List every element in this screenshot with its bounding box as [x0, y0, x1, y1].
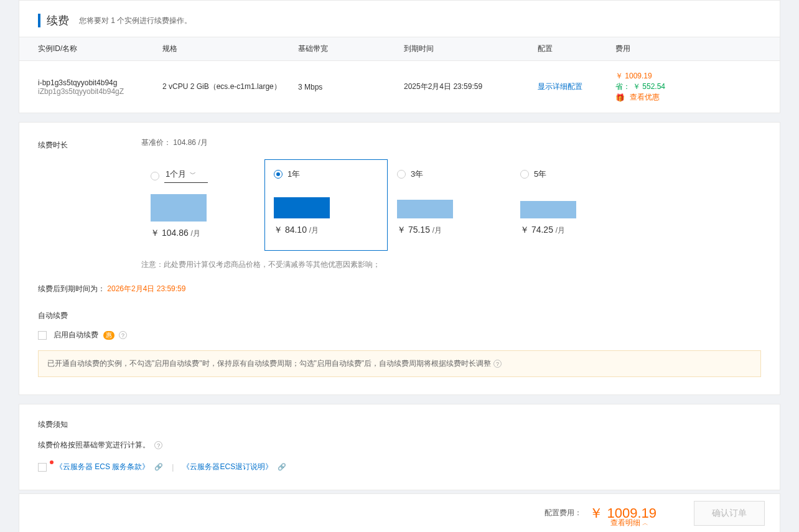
radio-icon[interactable]	[274, 170, 283, 179]
auto-renew-notice: 已开通自动续费的实例，不勾选"启用自动续费"时，保持原有自动续费周期；勾选"启用…	[47, 358, 491, 369]
auto-renew-label: 自动续费	[38, 308, 761, 321]
duration-option-label: 3年	[411, 169, 423, 180]
col-cost: 费用	[608, 37, 780, 61]
duration-price: ￥ 84.10	[274, 225, 309, 235]
duration-label: 续费时长	[38, 138, 141, 151]
save-value: ￥ 552.54	[633, 82, 665, 92]
instance-name: iZbp1g3s5tqyyobit4b94gZ	[38, 87, 147, 96]
auto-renew-text: 启用自动续费	[54, 330, 98, 339]
duration-price-suffix: /月	[556, 226, 565, 235]
duration-price-suffix: /月	[191, 229, 200, 238]
chevron-down-icon: ﹀	[190, 170, 196, 179]
duration-option-label: 5年	[534, 169, 546, 180]
col-expire: 到期时间	[396, 37, 530, 61]
instance-cost: ￥ 1009.19	[615, 71, 772, 82]
help-icon[interactable]: ?	[119, 331, 127, 339]
required-dot-icon	[50, 460, 54, 464]
external-link-icon: 🔗	[278, 463, 286, 471]
discount-badge: 惠	[103, 331, 114, 340]
col-bandwidth: 基础带宽	[291, 37, 396, 61]
separator: |	[172, 463, 174, 472]
terms-heading: 续费须知	[38, 419, 761, 430]
price-bar	[274, 197, 330, 218]
duration-option-3y[interactable]: 3年￥ 75.15 /月	[388, 159, 511, 251]
after-expire-date: 2026年2月4日 23:59:59	[107, 284, 185, 293]
radio-icon[interactable]	[397, 170, 406, 179]
duration-price-suffix: /月	[432, 226, 442, 235]
instance-id: i-bp1g3s5tqyyobit4b94g	[38, 78, 147, 87]
radio-icon[interactable]	[151, 172, 159, 180]
instance-bandwidth: 3 Mbps	[291, 61, 396, 113]
instance-table: 实例ID/名称 规格 基础带宽 到期时间 配置 费用 i-bp1g3s5tqyy…	[19, 37, 780, 113]
help-icon[interactable]: ?	[154, 441, 162, 449]
calc-text: 续费价格按照基础带宽进行计算。	[38, 441, 150, 449]
chevron-up-icon: ︿	[642, 519, 648, 528]
page-subtitle: 您将要对 1 个实例进行续费操作。	[79, 16, 192, 26]
base-price-label: 基准价：	[141, 138, 171, 147]
duration-note: 注意：此处费用计算仅考虑商品价格，不受满减券等其他优惠因素影响；	[141, 259, 761, 270]
show-config-link[interactable]: 显示详细配置	[538, 82, 582, 91]
price-bar	[520, 201, 576, 218]
terms-link-2[interactable]: 《云服务器ECS退订说明》	[182, 462, 273, 472]
table-row: i-bp1g3s5tqyyobit4b94g iZbp1g3s5tqyyobit…	[19, 61, 780, 113]
col-instance: 实例ID/名称	[19, 37, 155, 61]
after-expire-label: 续费后到期时间为：	[38, 284, 105, 293]
instance-expire: 2025年2月4日 23:59:59	[396, 61, 530, 113]
title-accent-bar	[38, 14, 40, 27]
price-bar	[397, 200, 453, 218]
footer-cost-label: 配置费用：	[544, 508, 582, 518]
months-select[interactable]: 1个月﹀	[164, 169, 208, 183]
instance-spec: 2 vCPU 2 GiB（ecs.e-c1m1.large）	[155, 61, 291, 113]
gift-icon: 🎁	[615, 93, 625, 102]
help-icon[interactable]: ?	[493, 360, 502, 368]
external-link-icon: 🔗	[154, 463, 163, 471]
terms-link-1[interactable]: 《云服务器 ECS 服务条款》	[55, 462, 149, 472]
duration-option-1y[interactable]: 1年￥ 84.10 /月	[264, 159, 388, 251]
view-detail-link[interactable]: 查看明细 ︿	[610, 518, 648, 528]
page-title: 续费	[47, 13, 69, 28]
duration-option-1m[interactable]: 1个月﹀￥ 104.86 /月	[141, 159, 264, 251]
view-promo-link[interactable]: 查看优惠	[630, 92, 660, 103]
radio-icon[interactable]	[520, 170, 529, 179]
confirm-order-button[interactable]: 确认订单	[694, 501, 765, 526]
auto-renew-checkbox[interactable]	[38, 331, 47, 340]
base-price-value: 104.86 /月	[173, 138, 207, 147]
months-select-value: 1个月	[166, 169, 186, 180]
duration-option-5y[interactable]: 5年￥ 74.25 /月	[511, 159, 634, 251]
view-detail-text: 查看明细	[610, 518, 640, 528]
col-spec: 规格	[155, 37, 291, 61]
duration-option-label: 1年	[287, 169, 300, 180]
col-config: 配置	[530, 37, 608, 61]
duration-price: ￥ 104.86	[151, 228, 191, 238]
save-label: 省：	[615, 82, 630, 92]
terms-checkbox[interactable]	[38, 463, 47, 472]
duration-price-suffix: /月	[309, 226, 319, 235]
duration-price: ￥ 74.25	[520, 225, 556, 235]
duration-price: ￥ 75.15	[397, 225, 432, 235]
footer-bar: 配置费用： ￥ 1009.19 确认订单 查看明细 ︿	[19, 493, 780, 532]
price-bar	[151, 194, 207, 222]
